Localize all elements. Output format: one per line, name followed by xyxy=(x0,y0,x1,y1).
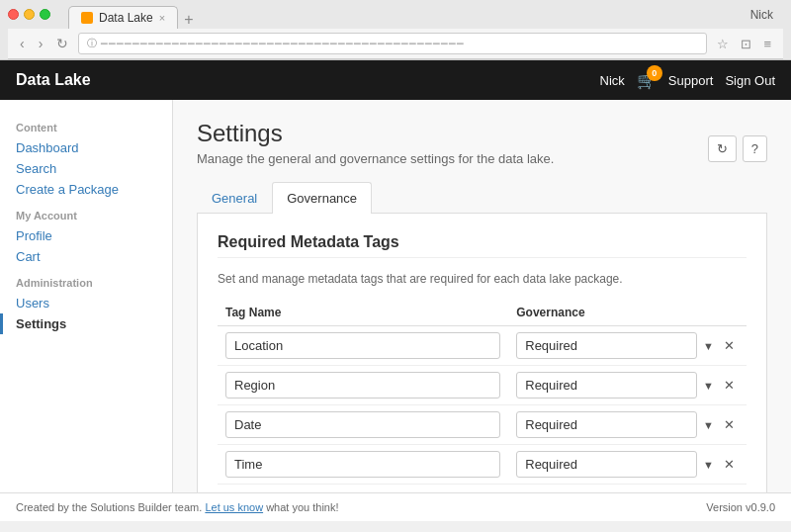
sidebar-section-content: Content xyxy=(0,112,172,137)
refresh-button[interactable]: ↻ xyxy=(708,135,737,162)
menu-button[interactable]: ≡ xyxy=(759,35,775,53)
sidebar-item-cart[interactable]: Cart xyxy=(0,246,172,267)
sidebar-item-settings[interactable]: Settings xyxy=(0,313,172,334)
sidebar-section-administration: Administration xyxy=(0,267,172,293)
address-bar[interactable]: ⓘ ━━━━━━━━━━━━━━━━━━━━━━━━━━━━━━━━━━━━━━… xyxy=(78,33,707,54)
footer-link[interactable]: Let us know xyxy=(205,501,263,513)
table-row: RequiredOptional ▼ ✕ xyxy=(218,405,747,445)
col-governance: Governance xyxy=(508,300,747,326)
table-row: RequiredOptional ▼ ✕ xyxy=(218,366,747,405)
sidebar-item-users[interactable]: Users xyxy=(0,293,172,313)
footer-left-text: Created by the Solutions Builder team. xyxy=(16,501,202,513)
settings-panel: Required Metadata Tags Set and manage me… xyxy=(197,214,767,492)
sidebar-section-my-account: My Account xyxy=(0,200,172,225)
tab-label: Data Lake xyxy=(99,11,153,25)
header-right: Nick 🛒 0 Support Sign Out xyxy=(600,71,775,90)
forward-button[interactable]: › xyxy=(35,34,47,53)
main-content: Settings Manage the general and governan… xyxy=(173,100,791,492)
tag-name-input-1[interactable] xyxy=(225,372,500,399)
governance-select-2[interactable]: RequiredOptional xyxy=(516,411,697,438)
help-button[interactable]: ? xyxy=(743,135,767,162)
section-title: Required Metadata Tags xyxy=(218,233,747,251)
chevron-down-icon: ▼ xyxy=(703,419,714,431)
maximize-btn[interactable] xyxy=(40,9,50,20)
header-user[interactable]: Nick xyxy=(600,73,625,88)
tab-general[interactable]: General xyxy=(197,182,272,214)
app-header: Data Lake Nick 🛒 0 Support Sign Out xyxy=(0,60,791,100)
tag-name-input-3[interactable] xyxy=(225,451,500,478)
sidebar-item-search[interactable]: Search xyxy=(0,158,172,179)
back-button[interactable]: ‹ xyxy=(16,34,29,53)
reload-button[interactable]: ↻ xyxy=(52,34,72,53)
title-actions: ↻ ? xyxy=(708,135,767,162)
footer-right-text: what you think! xyxy=(266,501,338,513)
sidebar-item-profile[interactable]: Profile xyxy=(0,225,172,246)
governance-select-wrap-1: RequiredOptional ▼ ✕ xyxy=(516,372,739,399)
page-subtitle: Manage the general and governance settin… xyxy=(197,151,554,166)
settings-tabs: General Governance xyxy=(197,182,767,214)
new-tab-button[interactable]: + xyxy=(178,11,199,29)
delete-tag-button-2[interactable]: ✕ xyxy=(720,415,739,434)
governance-select-3[interactable]: RequiredOptional xyxy=(516,451,697,478)
support-link[interactable]: Support xyxy=(668,73,714,88)
col-tag-name: Tag Name xyxy=(218,300,508,326)
footer-version: Version v0.9.0 xyxy=(706,501,775,513)
signout-link[interactable]: Sign Out xyxy=(725,73,775,88)
tab-close-icon[interactable]: × xyxy=(159,12,165,24)
chevron-down-icon: ▼ xyxy=(703,380,714,392)
section-divider xyxy=(218,257,747,258)
browser-user: Nick xyxy=(750,8,773,22)
delete-tag-button-0[interactable]: ✕ xyxy=(720,336,739,355)
sidebar-item-create-package[interactable]: Create a Package xyxy=(0,179,172,200)
table-row: RequiredOptional ▼ ✕ xyxy=(218,326,747,366)
browser-tab-active[interactable]: Data Lake × xyxy=(68,6,178,29)
app-title: Data Lake xyxy=(16,71,91,89)
tab-governance[interactable]: Governance xyxy=(272,182,372,214)
section-desc: Set and manage metadata tags that are re… xyxy=(218,272,747,286)
page-title: Settings xyxy=(197,120,554,147)
cart-badge: 0 xyxy=(647,65,662,81)
minimize-btn[interactable] xyxy=(24,9,35,20)
tag-name-input-2[interactable] xyxy=(225,411,500,438)
close-btn[interactable] xyxy=(8,9,19,20)
bookmark-button[interactable]: ☆ xyxy=(713,35,733,53)
metadata-table: Tag Name Governance RequiredOptional ▼ xyxy=(218,300,747,485)
address-text: ━━━━━━━━━━━━━━━━━━━━━━━━━━━━━━━━━━━━━━━━… xyxy=(101,38,465,50)
lock-icon: ⓘ xyxy=(87,37,97,50)
screenshot-button[interactable]: ⊡ xyxy=(737,35,755,53)
governance-select-wrap-3: RequiredOptional ▼ ✕ xyxy=(516,451,739,478)
sidebar: Content Dashboard Search Create a Packag… xyxy=(0,100,173,492)
footer-bar: Created by the Solutions Builder team. L… xyxy=(0,492,791,521)
governance-select-wrap-2: RequiredOptional ▼ ✕ xyxy=(516,411,739,438)
footer-left: Created by the Solutions Builder team. L… xyxy=(16,501,339,513)
governance-select-0[interactable]: RequiredOptional xyxy=(516,332,697,359)
governance-select-1[interactable]: RequiredOptional xyxy=(516,372,697,399)
chevron-down-icon: ▼ xyxy=(703,340,714,352)
tag-name-input-0[interactable] xyxy=(225,332,500,359)
chevron-down-icon: ▼ xyxy=(703,459,714,471)
sidebar-item-dashboard[interactable]: Dashboard xyxy=(0,137,172,158)
cart-icon-wrap[interactable]: 🛒 0 xyxy=(637,71,657,90)
delete-tag-button-3[interactable]: ✕ xyxy=(720,455,739,474)
delete-tag-button-1[interactable]: ✕ xyxy=(720,376,739,395)
governance-select-wrap-0: RequiredOptional ▼ ✕ xyxy=(516,332,739,359)
tab-favicon xyxy=(81,12,93,24)
table-row: RequiredOptional ▼ ✕ xyxy=(218,445,747,485)
